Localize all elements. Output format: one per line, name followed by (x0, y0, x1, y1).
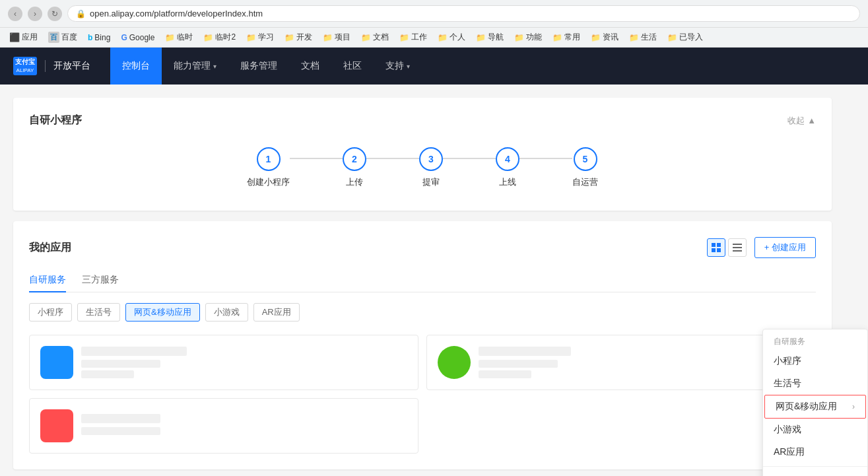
bookmark-bing[interactable]: b Bing (84, 32, 114, 44)
svg-rect-2 (712, 248, 716, 252)
step-label-1: 创建小程序 (247, 176, 290, 188)
chevron-down-icon: ▾ (213, 63, 217, 70)
filter-life-account[interactable]: 生活号 (77, 303, 120, 322)
bookmark-label: 导航 (488, 32, 504, 43)
nav-item-support[interactable]: 支持 ▾ (374, 48, 422, 85)
step-1: 1 创建小程序 (247, 147, 290, 188)
dropdown-section-self: 自研服务 (763, 329, 867, 350)
step-label-3: 提审 (422, 176, 440, 188)
app-name-placeholder (81, 347, 187, 356)
alipay-logo-icon: 支付宝ALIPAY (13, 57, 37, 75)
bookmark-func[interactable]: 📁 功能 (510, 30, 546, 44)
app-name-placeholder (81, 414, 160, 423)
chevron-right-icon: › (852, 402, 855, 411)
bookmark-temp1[interactable]: 📁 临时 (161, 30, 197, 44)
list-icon (733, 243, 742, 252)
app-desc-placeholder (81, 427, 160, 435)
app-name-placeholder (479, 347, 571, 356)
bookmark-dev[interactable]: 📁 开发 (281, 30, 316, 44)
bookmark-label: 生活 (641, 32, 657, 43)
nav-header: 支付宝ALIPAY 开放平台 控制台 能力管理 ▾ 服务管理 文档 社区 支持 … (0, 48, 868, 85)
main-content: 自研小程序 收起 ▲ 1 创建小程序 2 上传 (0, 85, 845, 476)
nav-item-capability[interactable]: 能力管理 ▾ (162, 48, 228, 85)
dropdown-item-mini-game[interactable]: 小游戏 (763, 419, 867, 441)
logo-area: 支付宝ALIPAY 开放平台 (13, 57, 90, 75)
bookmark-label: 项目 (335, 32, 351, 43)
step-label-2: 上传 (346, 176, 363, 188)
bookmark-project[interactable]: 📁 项目 (319, 30, 354, 44)
filter-mini-program[interactable]: 小程序 (29, 303, 72, 322)
nav-item-community[interactable]: 社区 (331, 48, 374, 85)
bookmark-common[interactable]: 📁 常用 (549, 30, 584, 44)
bookmark-personal[interactable]: 📁 个人 (434, 30, 469, 44)
bookmarks-bar: ⬛ 应用 百 百度 b Bing G Google 📁 临时 📁 临时2 📁 学… (0, 28, 868, 48)
bookmark-temp2[interactable]: 📁 临时2 (199, 30, 240, 44)
nav-item-console[interactable]: 控制台 (110, 48, 162, 85)
bookmark-label: 应用 (22, 32, 38, 43)
bookmark-label: 资讯 (603, 32, 618, 43)
forward-button[interactable]: › (28, 7, 42, 21)
dropdown-menu: 自研服务 小程序 生活号 网页&移动应用 › 小游戏 AR应用 三方服务 三方服… (762, 329, 868, 476)
filter-ar[interactable]: AR应用 (253, 303, 300, 322)
app-desc-placeholder (81, 360, 160, 368)
list-view-button[interactable] (728, 238, 747, 257)
grid-icon (712, 243, 721, 252)
bookmark-label: Google (129, 33, 155, 42)
bookmark-label: 文档 (373, 32, 389, 43)
dropdown-item-mini-program[interactable]: 小程序 (763, 350, 867, 372)
bookmark-google[interactable]: G Google (117, 32, 158, 44)
mini-program-card: 自研小程序 收起 ▲ 1 创建小程序 2 上传 (13, 98, 832, 211)
bookmark-work[interactable]: 📁 工作 (395, 30, 431, 44)
tab-self-service[interactable]: 自研服务 (29, 269, 66, 292)
dropdown-item-life-account[interactable]: 生活号 (763, 372, 867, 395)
step-label-5: 自运营 (572, 176, 598, 188)
nav-items: 控制台 能力管理 ▾ 服务管理 文档 社区 支持 ▾ (110, 48, 422, 85)
step-line (366, 158, 419, 159)
bookmark-label: 个人 (450, 32, 465, 43)
app-icon (438, 346, 471, 379)
collapse-button[interactable]: 收起 ▲ (787, 115, 816, 127)
dropdown-item-web-mobile[interactable]: 网页&移动应用 › (764, 395, 866, 419)
tab-third-party[interactable]: 三方服务 (82, 269, 119, 292)
step-2: 2 上传 (343, 147, 366, 188)
bookmark-life[interactable]: 📁 生活 (625, 30, 661, 44)
app-item[interactable] (426, 335, 816, 390)
address-bar[interactable]: 🔒 open.alipay.com/platform/developerInde… (67, 5, 860, 22)
create-app-button[interactable]: + 创建应用 (754, 237, 816, 258)
bookmark-nav[interactable]: 📁 导航 (472, 30, 508, 44)
app-status-placeholder (479, 370, 531, 378)
step-3: 3 提审 (419, 147, 443, 188)
tabs-row: 自研服务 三方服务 (29, 269, 816, 292)
filter-mini-game[interactable]: 小游戏 (205, 303, 248, 322)
card-header: 自研小程序 收起 ▲ (29, 114, 816, 127)
card-title: 自研小程序 (29, 114, 82, 127)
nav-item-docs[interactable]: 文档 (289, 48, 331, 85)
bookmark-news[interactable]: 📁 资讯 (587, 30, 622, 44)
dropdown-divider (763, 466, 867, 467)
chevron-up-icon: ▲ (807, 116, 816, 125)
grid-view-button[interactable] (707, 238, 725, 257)
app-item[interactable] (29, 335, 418, 390)
bookmark-label: Bing (94, 33, 110, 42)
dropdown-item-ar[interactable]: AR应用 (763, 441, 867, 463)
step-circle-1: 1 (257, 147, 281, 171)
bookmark-baidu[interactable]: 百 百度 (44, 30, 81, 44)
bookmark-docs[interactable]: 📁 文档 (357, 30, 393, 44)
filter-web-mobile[interactable]: 网页&移动应用 (125, 303, 200, 322)
app-item[interactable] (29, 398, 418, 454)
my-apps-card: 我的应用 (13, 221, 832, 469)
step-5: 5 自运营 (572, 147, 598, 188)
bookmark-label: 功能 (526, 32, 542, 43)
chevron-down-icon: ▾ (407, 63, 410, 70)
bookmark-label: 常用 (564, 32, 580, 43)
bookmark-label: 临时2 (215, 32, 236, 43)
svg-rect-6 (733, 250, 742, 252)
nav-item-service[interactable]: 服务管理 (228, 48, 289, 85)
step-line (519, 158, 572, 159)
bookmark-imported[interactable]: 📁 已导入 (663, 30, 707, 44)
back-button[interactable]: ‹ (8, 7, 22, 21)
bookmark-label: 工作 (411, 32, 427, 43)
bookmark-study[interactable]: 📁 学习 (242, 30, 278, 44)
refresh-button[interactable]: ↻ (48, 7, 62, 21)
bookmark-apps[interactable]: ⬛ 应用 (5, 30, 42, 44)
